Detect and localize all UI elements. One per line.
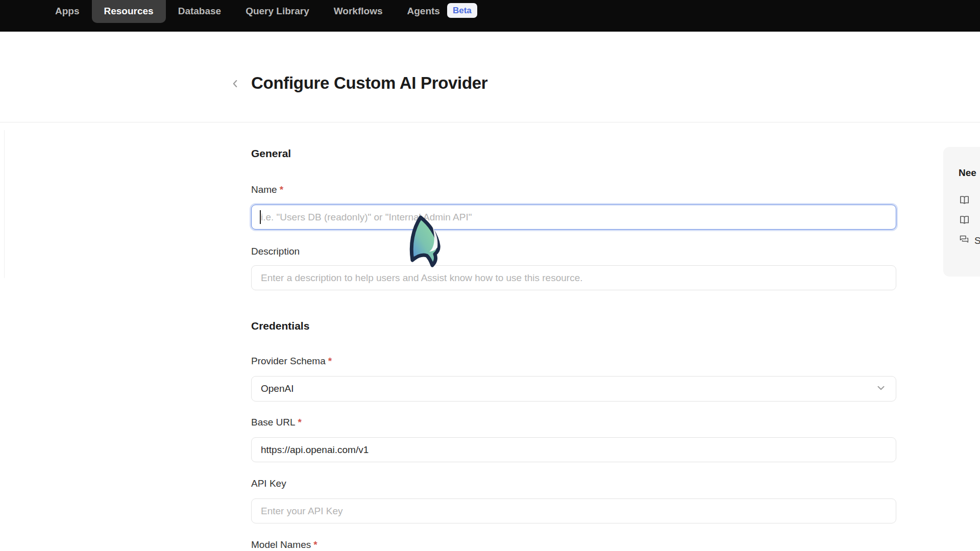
credentials-section-heading: Credentials xyxy=(251,319,557,333)
description-input[interactable] xyxy=(251,265,896,290)
help-support-label: S xyxy=(974,235,980,246)
provider-schema-select[interactable]: OpenAI xyxy=(251,376,896,402)
required-asterisk: * xyxy=(313,539,317,550)
chat-bubbles-icon xyxy=(959,234,969,247)
base-url-label: Base URL* xyxy=(251,416,557,429)
help-panel-heading: Nee xyxy=(959,167,976,179)
nav-tab-agents[interactable]: Agents xyxy=(395,0,442,18)
description-label: Description xyxy=(251,245,557,258)
base-url-input[interactable] xyxy=(251,437,896,462)
chevron-left-icon xyxy=(230,78,241,91)
help-link-docs-2[interactable] xyxy=(959,214,970,228)
left-card-edge xyxy=(4,130,5,278)
nav-tab-resources[interactable]: Resources xyxy=(92,0,166,23)
nav-tab-apps[interactable]: Apps xyxy=(43,0,92,18)
top-navigation-bar: Apps Resources Database Query Library Wo… xyxy=(0,0,980,32)
model-names-label: Model Names* xyxy=(251,539,557,551)
beta-badge: Beta xyxy=(447,3,477,18)
chevron-down-icon xyxy=(875,382,887,396)
provider-schema-label: Provider Schema* xyxy=(251,355,557,367)
help-link-support[interactable]: S xyxy=(959,234,980,247)
open-book-icon xyxy=(959,214,970,228)
header-divider xyxy=(0,122,980,122)
text-caret xyxy=(260,210,261,224)
api-key-label: API Key xyxy=(251,478,557,490)
api-key-input[interactable] xyxy=(251,498,896,523)
name-input[interactable] xyxy=(251,205,896,230)
required-asterisk: * xyxy=(328,356,332,366)
nav-tab-database[interactable]: Database xyxy=(166,0,234,18)
help-panel: Nee S xyxy=(943,147,980,277)
provider-schema-value: OpenAI xyxy=(261,383,293,394)
required-asterisk: * xyxy=(280,184,283,195)
help-link-docs-1[interactable] xyxy=(959,194,970,208)
page-title: Configure Custom AI Provider xyxy=(251,73,487,93)
nav-tab-workflows[interactable]: Workflows xyxy=(322,0,395,18)
back-button[interactable] xyxy=(228,78,242,92)
required-asterisk: * xyxy=(298,417,302,428)
name-label: Name* xyxy=(251,184,557,196)
nav-tab-query-library[interactable]: Query Library xyxy=(233,0,322,18)
general-section-heading: General xyxy=(251,147,557,160)
open-book-icon xyxy=(959,194,970,208)
